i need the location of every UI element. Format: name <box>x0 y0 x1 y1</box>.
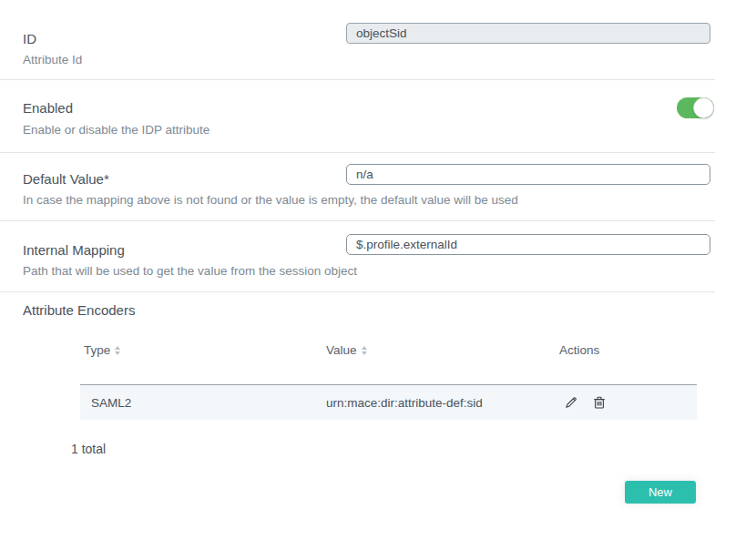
total-count: 1 total <box>71 442 106 456</box>
enabled-toggle[interactable] <box>677 97 714 118</box>
default-value-field-help: In case the mapping above is not found o… <box>23 193 518 207</box>
idp-attribute-form: ID Attribute Id Enabled Enable or disabl… <box>0 0 756 560</box>
internal-mapping-field-label: Internal Mapping <box>23 242 125 258</box>
edit-icon[interactable] <box>563 394 579 411</box>
attribute-encoders-heading: Attribute Encoders <box>23 302 135 318</box>
column-header-type[interactable]: Type <box>84 343 120 357</box>
divider <box>0 220 715 221</box>
toggle-knob <box>693 97 714 118</box>
divider <box>0 152 715 153</box>
enabled-field-label: Enabled <box>23 100 73 116</box>
enabled-field-help: Enable or disable the IDP attribute <box>23 123 209 137</box>
encoder-value-cell: urn:mace:dir:attribute-def:sid <box>326 396 483 410</box>
encoder-type-cell: SAML2 <box>91 396 131 410</box>
delete-icon[interactable] <box>591 394 608 411</box>
sort-icon <box>115 346 120 355</box>
id-field-label: ID <box>23 31 36 46</box>
column-header-actions: Actions <box>559 343 599 357</box>
default-value-input[interactable] <box>346 164 710 185</box>
divider <box>0 79 715 80</box>
column-header-value-label: Value <box>326 343 357 357</box>
new-button[interactable]: New <box>625 481 696 504</box>
internal-mapping-field-help: Path that will be used to get the value … <box>23 264 357 278</box>
divider <box>0 291 715 292</box>
table-row: SAML2 urn:mace:dir:attribute-def:sid <box>80 384 697 420</box>
id-field-help: Attribute Id <box>23 53 82 66</box>
column-header-value[interactable]: Value <box>326 343 367 357</box>
internal-mapping-input[interactable] <box>346 234 710 255</box>
sort-icon <box>362 346 367 355</box>
default-value-field-label: Default Value* <box>23 171 109 187</box>
column-header-type-label: Type <box>84 343 110 357</box>
id-input[interactable] <box>346 23 710 44</box>
column-header-actions-label: Actions <box>559 343 599 357</box>
